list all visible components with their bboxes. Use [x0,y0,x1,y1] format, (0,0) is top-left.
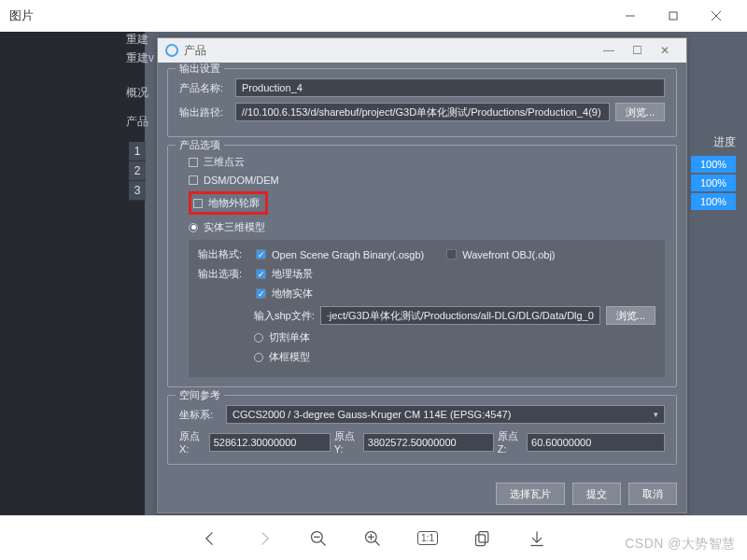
options-legend: 产品选项 [176,138,224,152]
srs-select[interactable]: CGCS2000 / 3-degree Gauss-Kruger CM 114E… [226,405,665,424]
output-legend: 输出设置 [176,63,224,76]
shp-label: 输入shp文件: [254,309,315,323]
radio-solid-model[interactable]: 实体三维模型 [189,220,665,234]
outer-title: 图片 [9,7,34,24]
dialog-title: 产品 [184,43,206,59]
minimize-button[interactable] [609,2,652,30]
submit-button[interactable]: 提交 [572,483,621,505]
row-numbers: 1 2 3 [129,142,146,201]
cancel-button[interactable]: 取消 [628,483,677,505]
dialog-close-button[interactable]: ✕ [651,44,679,57]
dialog-minimize-button[interactable]: — [595,44,623,57]
image-viewport: 重建 重建v 概况 产品 1 2 3 进度 100% 100% 100% 产品 [0,32,747,515]
viewer-toolbar: 1:1 CSDN @大势智慧 [0,515,747,560]
progress-column: 进度 100% 100% 100% [691,134,736,212]
app-logo-icon [165,44,178,57]
radio-point-cloud[interactable]: 三维点云 [189,155,665,169]
format-label: 输出格式: [198,247,250,261]
shp-file-input[interactable] [320,306,600,325]
shp-browse-button[interactable]: 浏览... [606,306,655,325]
radio-dsm-dom-dem[interactable]: DSM/DOM/DEM [189,175,665,186]
select-label: 输出选项: [198,267,250,281]
checkbox-obj[interactable] [446,249,457,259]
progress-header: 进度 [691,134,736,150]
select-tile-button[interactable]: 选择瓦片 [496,483,565,505]
origin-y-input[interactable] [363,433,494,452]
maximize-button[interactable] [652,2,695,30]
checkbox-geo-scene[interactable] [256,269,266,279]
srs-legend: 空间参考 [176,388,224,402]
radio-outline-highlighted[interactable]: 地物外轮廓 [189,191,268,215]
product-dialog: 产品 — ☐ ✕ 输出设置 产品名称: 输出路径 [157,37,687,513]
srs-label: 坐标系: [179,408,220,422]
origin-y-label: 原点Y: [334,429,359,455]
output-path-input[interactable] [235,103,610,121]
forward-button[interactable] [255,529,274,548]
checkbox-osgb[interactable] [256,249,266,259]
product-name-input[interactable] [235,78,665,97]
origin-x-input[interactable] [209,433,331,452]
watermark: CSDN @大势智慧 [625,536,736,553]
bg-tabs: 重建 重建v 概况 产品 [126,32,154,130]
chevron-down-icon: ▾ [654,410,658,419]
zoom-in-button[interactable] [363,529,382,548]
solid-model-suboptions: 输出格式: Open Scene Gragh Binary(.osgb) Wav… [189,240,665,377]
spatial-reference-group: 空间参考 坐标系: CGCS2000 / 3-degree Gauss-Krug… [167,395,677,465]
output-settings-group: 输出设置 产品名称: 输出路径: 浏览... [167,68,677,137]
download-button[interactable] [528,529,546,548]
background-app: 重建 重建v 概况 产品 1 2 3 进度 100% 100% 100% 产品 [0,32,747,515]
svg-line-8 [375,540,380,545]
progress-cell: 100% [691,175,736,191]
left-panel [0,32,145,515]
radio-cut-single[interactable] [254,333,263,343]
radio-box-model[interactable] [254,353,263,362]
dialog-footer: 选择瓦片 提交 取消 [158,479,686,512]
path-label: 输出路径: [179,105,230,119]
origin-x-label: 原点X: [179,429,205,455]
actual-size-button[interactable]: 1:1 [417,531,438,545]
copy-button[interactable] [473,529,492,548]
zoom-out-button[interactable] [309,529,328,548]
product-options-group: 产品选项 三维点云 DSM/DOM/DEM 地物外轮廓 实体三维模型 输出格式:… [167,145,677,387]
dialog-maximize-button[interactable]: ☐ [623,44,651,57]
dialog-titlebar[interactable]: 产品 — ☐ ✕ [158,38,686,63]
back-button[interactable] [201,529,219,548]
svg-line-5 [321,540,326,545]
name-label: 产品名称: [179,81,230,95]
progress-cell: 100% [691,156,736,173]
close-button[interactable] [695,2,738,30]
browse-button[interactable]: 浏览... [615,103,665,121]
outer-titlebar: 图片 [0,0,747,32]
svg-rect-1 [669,12,677,20]
svg-rect-12 [475,534,485,545]
svg-rect-11 [479,531,488,542]
progress-cell: 100% [691,193,736,210]
checkbox-entity[interactable] [256,288,266,299]
origin-z-label: 原点Z: [498,429,523,455]
origin-z-input[interactable] [527,433,665,452]
